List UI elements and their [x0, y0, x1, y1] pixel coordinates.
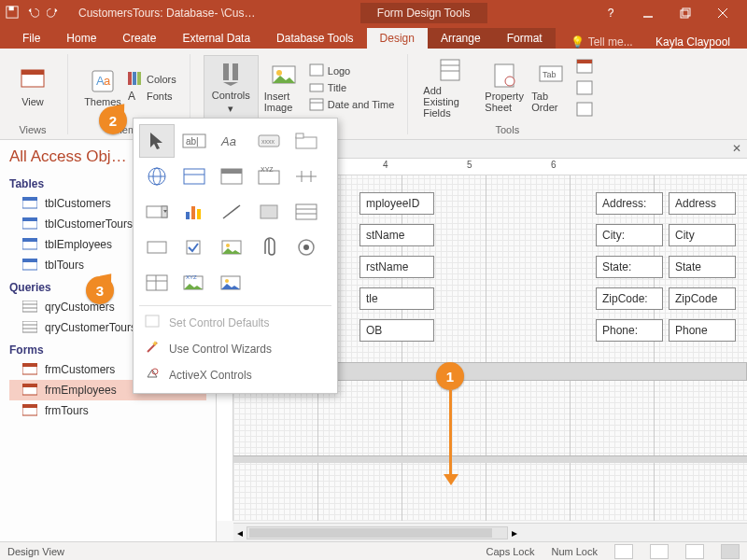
tab-database-tools[interactable]: Database Tools — [263, 28, 367, 49]
subform-icon[interactable] — [576, 59, 593, 78]
svg-text:XYZ: XYZ — [186, 274, 197, 280]
view-design-icon[interactable] — [721, 544, 740, 559]
view-layout-icon[interactable] — [685, 544, 704, 559]
label-city[interactable]: City: — [596, 224, 663, 246]
nav-item-frmtours[interactable]: frmTours — [9, 400, 206, 421]
title-button[interactable]: Title — [309, 80, 395, 95]
control-image[interactable] — [214, 266, 249, 300]
control-combo-box[interactable] — [139, 195, 175, 229]
svg-text:Tab: Tab — [543, 70, 557, 79]
code-icon[interactable] — [576, 80, 593, 100]
fonts-button[interactable]: AFonts — [128, 89, 176, 104]
help-icon[interactable]: ? — [592, 0, 629, 26]
tell-me-search[interactable]: 💡Tell me... — [571, 35, 633, 49]
tab-file[interactable]: File — [9, 28, 53, 49]
controls-dropdown-button[interactable]: Controls ▾ — [204, 55, 259, 120]
signed-in-user[interactable]: Kayla Claypool — [655, 35, 730, 49]
label-phone[interactable]: Phone: — [596, 319, 663, 342]
svg-rect-33 — [577, 81, 592, 94]
ruler-tick: 4 — [383, 160, 388, 170]
tab-home[interactable]: Home — [53, 28, 109, 49]
logo-button[interactable]: Logo — [309, 63, 395, 78]
field-zipcode[interactable]: ZipCode — [669, 287, 736, 310]
tab-external-data[interactable]: External Data — [169, 28, 263, 49]
save-icon[interactable] — [6, 6, 19, 21]
view-button[interactable]: View — [11, 64, 54, 111]
control-subform[interactable] — [139, 266, 175, 300]
label-zipcode[interactable]: ZipCode: — [596, 287, 663, 310]
tab-order-button[interactable]: Tab Tab Order — [529, 59, 572, 117]
view-datasheet-icon[interactable] — [650, 544, 669, 559]
control-attachment[interactable] — [251, 231, 287, 264]
tab-format[interactable]: Format — [494, 28, 556, 49]
svg-rect-70 — [147, 275, 167, 290]
property-sheet-button[interactable]: Property Sheet — [483, 59, 526, 117]
field-phone[interactable]: Phone — [669, 319, 736, 342]
control-option-group[interactable]: XYZ — [251, 160, 287, 193]
tab-create[interactable]: Create — [109, 28, 169, 49]
control-chart[interactable] — [176, 195, 212, 229]
minimize-icon[interactable] — [629, 0, 667, 26]
control-bound-object[interactable]: XYZ — [176, 266, 212, 300]
svg-rect-12 — [128, 72, 132, 85]
field-lastname[interactable]: stName — [359, 224, 434, 246]
field-address[interactable]: Address — [669, 192, 736, 215]
redo-icon[interactable] — [47, 6, 60, 21]
tab-arrange[interactable]: Arrange — [428, 28, 494, 49]
use-control-wizards[interactable]: Use Control Wizards — [139, 335, 331, 362]
control-checkbox[interactable] — [176, 231, 212, 264]
form-end-bar[interactable] — [233, 455, 747, 463]
control-option-button[interactable] — [289, 231, 324, 264]
field-dob[interactable]: OB — [359, 319, 434, 342]
control-button[interactable]: xxxx — [251, 124, 287, 158]
field-firstname[interactable]: rstName — [359, 256, 434, 278]
control-web-browser[interactable] — [214, 160, 249, 193]
datetime-button[interactable]: Date and Time — [309, 97, 395, 112]
svg-rect-3 — [681, 10, 688, 18]
scroll-track[interactable] — [247, 526, 508, 539]
field-state[interactable]: State — [669, 256, 736, 278]
control-list-box[interactable] — [289, 195, 324, 229]
control-rectangle[interactable] — [139, 231, 175, 264]
control-textbox[interactable]: ab| — [176, 124, 212, 158]
convert-macros-icon[interactable] — [576, 102, 593, 121]
callout-3: 3 — [86, 276, 114, 304]
control-navigation[interactable] — [176, 160, 212, 193]
control-label[interactable]: Aa — [214, 124, 249, 158]
insert-image-button[interactable]: Insert Image — [262, 59, 305, 117]
scroll-right-icon[interactable]: ▸ — [512, 526, 517, 539]
activex-controls[interactable]: ActiveX Controls — [139, 362, 331, 387]
control-hyperlink[interactable] — [139, 160, 175, 193]
close-icon[interactable] — [704, 0, 741, 26]
document-title: CustomersTours: Database- \Cus… — [78, 7, 255, 20]
status-num-lock: Num Lock — [551, 546, 598, 557]
svg-rect-40 — [296, 137, 317, 148]
control-page-break[interactable] — [289, 160, 324, 193]
label-address[interactable]: Address: — [596, 192, 663, 215]
view-form-icon[interactable] — [614, 544, 633, 559]
tab-design[interactable]: Design — [367, 28, 428, 49]
label-state[interactable]: State: — [596, 256, 663, 278]
field-city[interactable]: City — [669, 224, 736, 246]
control-unbound-object[interactable] — [214, 231, 249, 264]
control-tab[interactable] — [289, 124, 324, 158]
control-select[interactable] — [139, 124, 175, 158]
scroll-left-icon[interactable]: ◂ — [237, 526, 243, 539]
scroll-thumb[interactable] — [249, 528, 492, 538]
svg-rect-41 — [296, 133, 303, 138]
set-control-defaults[interactable]: Set Control Defaults — [139, 310, 331, 335]
ruler-tick: 5 — [467, 160, 472, 170]
control-toggle[interactable] — [251, 195, 287, 229]
svg-rect-82 — [22, 217, 37, 221]
undo-icon[interactable] — [26, 6, 39, 21]
add-existing-fields-button[interactable]: Add Existing Fields — [421, 53, 479, 122]
restore-icon[interactable] — [667, 0, 704, 26]
close-document-icon[interactable]: ✕ — [732, 142, 741, 155]
colors-button[interactable]: Colors — [128, 72, 176, 87]
control-line[interactable] — [214, 195, 249, 229]
svg-rect-87 — [22, 301, 37, 312]
group-tools: Add Existing Fields Property Sheet Tab T… — [416, 52, 599, 135]
horizontal-scrollbar[interactable]: ◂ ▸ — [233, 523, 747, 541]
field-title[interactable]: tle — [359, 287, 434, 310]
field-employeeid[interactable]: mployeeID — [359, 192, 434, 215]
